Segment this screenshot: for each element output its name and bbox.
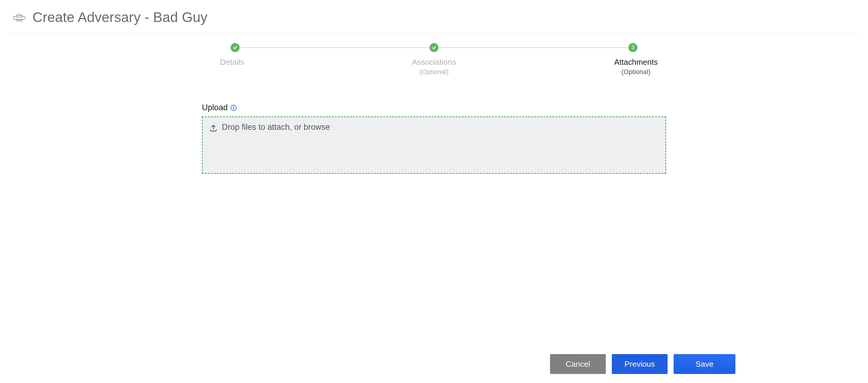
- upload-label: Upload: [202, 103, 228, 112]
- step-2-circle[interactable]: [430, 43, 438, 52]
- step-2-label-group: Associations (Optional): [404, 58, 464, 76]
- svg-rect-5: [233, 107, 234, 109]
- info-icon[interactable]: [230, 104, 237, 111]
- svg-point-2: [20, 19, 22, 22]
- step-3-label-group: Attachments (Optional): [606, 58, 666, 76]
- svg-point-1: [16, 19, 19, 22]
- svg-point-4: [233, 106, 234, 107]
- dropzone-text: Drop files to attach, or browse: [222, 123, 330, 132]
- step-connector: [240, 47, 430, 48]
- step-1-label: Details: [202, 58, 262, 67]
- wizard-footer: Cancel Previous Save: [0, 354, 868, 383]
- check-icon: [233, 45, 238, 50]
- step-3-sublabel: (Optional): [606, 68, 666, 76]
- step-2-sublabel: (Optional): [404, 68, 464, 76]
- upload-icon: [209, 124, 218, 134]
- page-header: Create Adversary - Bad Guy: [9, 6, 859, 34]
- previous-button[interactable]: Previous: [612, 354, 668, 374]
- svg-point-0: [13, 16, 25, 20]
- step-3-label: Attachments: [606, 58, 666, 67]
- check-icon: [432, 45, 436, 50]
- upload-dropzone[interactable]: Drop files to attach, or browse: [202, 116, 666, 174]
- step-1-label-group: Details: [202, 58, 262, 76]
- attachments-panel: Upload Drop files to attach, or browse: [202, 103, 666, 174]
- wizard-stepper: 3 Details Associations (Optional) Attach…: [227, 43, 641, 76]
- page-title: Create Adversary - Bad Guy: [33, 9, 207, 25]
- save-button[interactable]: Save: [674, 354, 735, 374]
- step-1-circle[interactable]: [230, 43, 240, 52]
- step-3-number: 3: [631, 44, 634, 50]
- adversary-hat-icon: [12, 10, 27, 24]
- cancel-button[interactable]: Cancel: [550, 354, 606, 374]
- step-2-label: Associations: [404, 58, 464, 67]
- step-3-circle[interactable]: 3: [628, 43, 638, 52]
- step-connector: [438, 47, 628, 48]
